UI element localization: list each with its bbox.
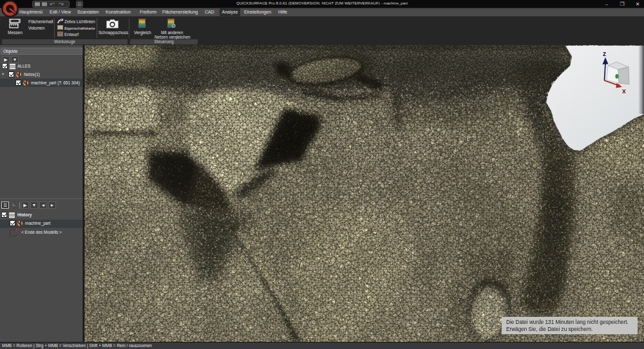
svg-text:x: x xyxy=(622,87,626,95)
svg-text:z: z xyxy=(603,50,606,57)
